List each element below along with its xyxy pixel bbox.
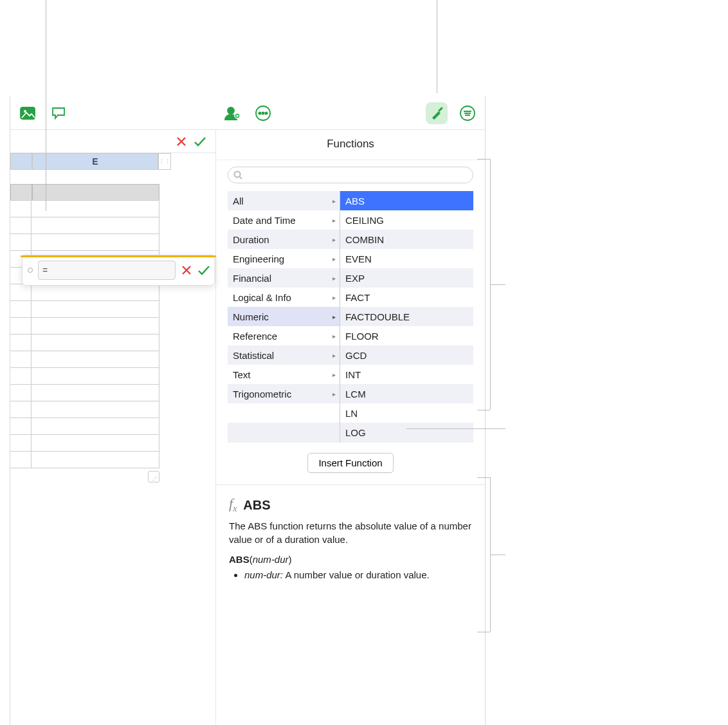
chevron-right-icon: ▸ bbox=[332, 217, 336, 224]
svg-point-6 bbox=[262, 112, 264, 114]
cancel-icon[interactable] bbox=[176, 136, 187, 147]
help-description: The ABS function returns the absolute va… bbox=[229, 520, 472, 546]
category-item[interactable]: All▸ bbox=[228, 191, 340, 210]
category-item[interactable]: Text▸ bbox=[228, 365, 340, 384]
search-icon bbox=[233, 170, 242, 179]
column-header-blank[interactable] bbox=[10, 153, 32, 170]
formula-cancel-icon[interactable] bbox=[181, 264, 192, 276]
function-item[interactable]: FACT bbox=[340, 288, 473, 307]
formula-input[interactable]: = bbox=[38, 261, 176, 280]
category-item[interactable]: Numeric▸ bbox=[228, 307, 340, 326]
more-button[interactable] bbox=[252, 102, 274, 124]
chevron-right-icon: ▸ bbox=[332, 390, 336, 398]
formula-confirm-icon[interactable] bbox=[197, 264, 209, 276]
function-list: ABSCEILINGCOMBINEVENEXPFACTFACTDOUBLEFLO… bbox=[340, 191, 473, 442]
comment-button[interactable] bbox=[48, 102, 69, 124]
table-resize-handle[interactable]: ⋰ bbox=[148, 471, 159, 482]
insert-function-button[interactable]: Insert Function bbox=[307, 453, 393, 473]
function-item[interactable]: LN bbox=[340, 403, 473, 423]
column-grabber[interactable]: ⋮⋮ bbox=[158, 153, 171, 170]
main: E ⋮⋮ bbox=[10, 130, 485, 725]
category-item[interactable]: Logical & Info▸ bbox=[228, 288, 340, 307]
function-item[interactable]: INT bbox=[340, 365, 473, 384]
category-item[interactable]: Financial▸ bbox=[228, 268, 340, 288]
chevron-right-icon: ▸ bbox=[332, 352, 336, 359]
formula-text: = bbox=[42, 265, 48, 275]
svg-point-5 bbox=[259, 112, 260, 114]
column-header[interactable]: E bbox=[32, 153, 158, 170]
function-item[interactable]: LCM bbox=[340, 384, 473, 403]
chevron-right-icon: ▸ bbox=[332, 333, 336, 340]
fx-icon: fx bbox=[229, 497, 237, 513]
selected-row[interactable] bbox=[10, 184, 159, 201]
function-help: fx ABS The ABS function returns the abso… bbox=[216, 485, 485, 589]
category-item-empty bbox=[228, 403, 340, 423]
help-argument: num-dur: A number value or duration valu… bbox=[244, 569, 472, 582]
collaborate-button[interactable] bbox=[221, 102, 243, 124]
category-item-empty bbox=[228, 423, 340, 442]
function-item[interactable]: CEILING bbox=[340, 210, 473, 230]
help-signature: ABS(num-dur) bbox=[229, 554, 472, 565]
svg-point-2 bbox=[228, 107, 234, 114]
formula-editor: = bbox=[22, 255, 215, 286]
drag-handle-icon[interactable] bbox=[28, 268, 33, 273]
help-title: ABS bbox=[243, 498, 270, 513]
format-button[interactable] bbox=[426, 102, 448, 124]
chevron-right-icon: ▸ bbox=[332, 275, 336, 282]
search-input[interactable] bbox=[246, 170, 468, 181]
column-header-row: E ⋮⋮ bbox=[10, 153, 171, 170]
functions-panel: Functions All▸Date and Time▸Duration▸Eng… bbox=[216, 130, 485, 725]
chevron-right-icon: ▸ bbox=[332, 236, 336, 243]
chevron-right-icon: ▸ bbox=[332, 371, 336, 378]
grid[interactable] bbox=[10, 201, 159, 468]
confirm-icon[interactable] bbox=[194, 136, 205, 147]
function-item[interactable]: EXP bbox=[340, 268, 473, 288]
svg-point-7 bbox=[265, 112, 267, 114]
search-field[interactable] bbox=[228, 167, 473, 183]
chevron-right-icon: ▸ bbox=[332, 313, 336, 320]
help-arguments: num-dur: A number value or duration valu… bbox=[244, 569, 472, 582]
grabber-icon: ⋮⋮ bbox=[159, 158, 170, 165]
category-item[interactable]: Duration▸ bbox=[228, 230, 340, 249]
function-item[interactable]: COMBIN bbox=[340, 230, 473, 249]
toolbar bbox=[10, 96, 485, 130]
function-item[interactable]: ABS bbox=[340, 191, 473, 210]
category-item[interactable]: Engineering▸ bbox=[228, 249, 340, 268]
chevron-right-icon: ▸ bbox=[332, 197, 336, 205]
function-item[interactable]: FACTDOUBLE bbox=[340, 307, 473, 326]
category-item[interactable]: Trigonometric▸ bbox=[228, 384, 340, 403]
function-item[interactable]: GCD bbox=[340, 345, 473, 365]
category-item[interactable]: Statistical▸ bbox=[228, 345, 340, 365]
chevron-right-icon: ▸ bbox=[332, 255, 336, 262]
organize-button[interactable] bbox=[457, 102, 478, 124]
panel-title: Functions bbox=[216, 130, 485, 160]
formula-bar-actions bbox=[10, 130, 215, 153]
category-item[interactable]: Reference▸ bbox=[228, 326, 340, 345]
category-list: All▸Date and Time▸Duration▸Engineering▸F… bbox=[228, 191, 340, 442]
function-item[interactable]: EVEN bbox=[340, 249, 473, 268]
media-button[interactable] bbox=[17, 102, 39, 124]
function-item[interactable]: LOG bbox=[340, 423, 473, 442]
sheet: E ⋮⋮ bbox=[10, 153, 215, 725]
svg-point-9 bbox=[235, 172, 241, 178]
function-browser: All▸Date and Time▸Duration▸Engineering▸F… bbox=[228, 191, 473, 443]
category-item[interactable]: Date and Time▸ bbox=[228, 210, 340, 230]
spreadsheet-area: E ⋮⋮ bbox=[10, 130, 216, 725]
app-window: E ⋮⋮ bbox=[10, 96, 486, 725]
chevron-right-icon: ▸ bbox=[332, 294, 336, 301]
function-item[interactable]: FLOOR bbox=[340, 326, 473, 345]
